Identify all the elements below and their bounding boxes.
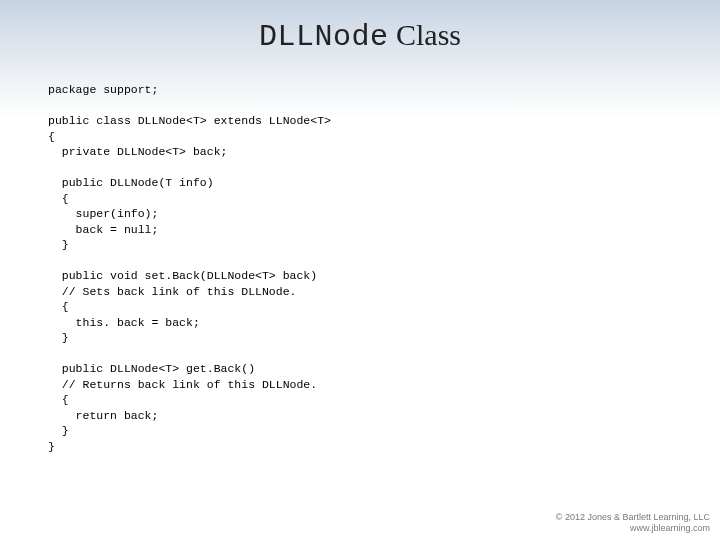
footer-url: www.jblearning.com — [556, 523, 710, 534]
footer: © 2012 Jones & Bartlett Learning, LLC ww… — [556, 512, 710, 534]
title-serif: Class — [389, 18, 462, 51]
slide-title: DLLNode Class — [0, 0, 720, 54]
code-block: package support; public class DLLNode<T>… — [0, 54, 720, 454]
footer-copyright: © 2012 Jones & Bartlett Learning, LLC — [556, 512, 710, 523]
title-mono: DLLNode — [259, 20, 389, 54]
